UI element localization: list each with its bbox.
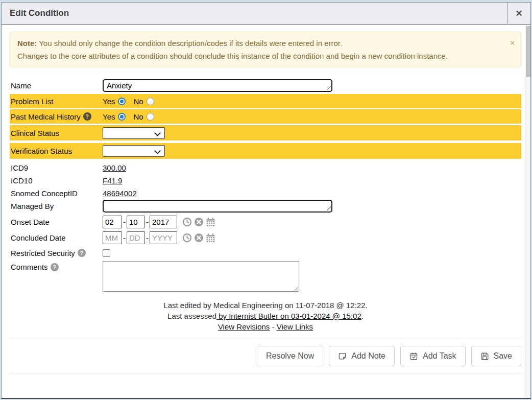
snomed-code-link[interactable]: 48694002 <box>103 189 137 198</box>
concluded-now-clock-icon[interactable] <box>182 233 192 243</box>
note-prefix: Note: <box>17 39 37 48</box>
note-line1: Note: You should only change the conditi… <box>17 37 505 50</box>
restricted-security-checkbox[interactable] <box>103 249 110 257</box>
name-input[interactable] <box>103 79 332 92</box>
action-button-bar: Resolve Now Add Note Add Task Save <box>10 339 521 373</box>
add-note-button[interactable]: Add Note <box>329 346 395 366</box>
dialog-title: Edit Condition <box>2 8 69 18</box>
verification-status-select-wrap <box>103 145 165 157</box>
managed-by-input[interactable] <box>103 200 332 213</box>
scrollbar-thumb[interactable] <box>526 26 530 77</box>
onset-clear-icon[interactable] <box>194 217 204 227</box>
concluded-calendar-icon[interactable] <box>206 233 215 243</box>
view-links-link[interactable]: View Links <box>277 322 313 331</box>
problem-list-label: Problem List <box>11 97 53 106</box>
note-line2: Changes to the core attributes of a cond… <box>17 50 505 62</box>
problem-list-yes-radio[interactable] <box>118 98 126 105</box>
icd10-code-link[interactable]: F41.9 <box>103 176 122 185</box>
close-icon: ✕ <box>515 8 522 19</box>
pmh-yes-radio[interactable] <box>118 113 126 121</box>
pmh-no-label: No <box>133 112 143 121</box>
note-line1-text: You should only change the condition des… <box>37 39 342 48</box>
resolve-now-button[interactable]: Resolve Now <box>257 346 323 366</box>
clinical-status-row: Clinical Status <box>10 125 521 140</box>
past-medical-history-row: Past Medical History ? Yes No <box>10 109 521 124</box>
snomed-row: Snomed ConceptID 48694002 <box>10 187 521 199</box>
last-edited-text: Last edited by Medical Engineering on 11… <box>10 300 521 311</box>
managed-by-input-wrap <box>103 200 332 213</box>
dialog-scrollbar[interactable] <box>525 25 530 398</box>
links-separator: - <box>272 322 275 331</box>
save-label: Save <box>494 351 512 361</box>
close-button[interactable]: ✕ <box>507 3 530 25</box>
edit-condition-dialog: Edit Condition ✕ Note: You should only c… <box>1 2 531 399</box>
dialog-header: Edit Condition ✕ <box>2 3 530 25</box>
last-assessed-text: Last assessed by Internist Butler on 03-… <box>10 311 521 321</box>
managed-by-row: Managed By <box>10 199 521 213</box>
name-label: Name <box>11 81 31 90</box>
concluded-date-label: Concluded Date <box>11 233 66 242</box>
resolve-now-label: Resolve Now <box>266 351 314 361</box>
add-task-label: Add Task <box>423 351 456 361</box>
pmh-yes-label: Yes <box>103 112 115 121</box>
icd10-row: ICD10 F41.9 <box>10 174 521 187</box>
last-assessed-prefix: Last assessed <box>167 312 216 320</box>
concluded-month-input[interactable] <box>103 231 122 244</box>
onset-month-input[interactable] <box>103 216 122 228</box>
comments-help-icon[interactable]: ? <box>51 263 59 271</box>
comments-label: Comments <box>11 263 48 271</box>
date-separator: - <box>123 218 126 226</box>
managed-by-label: Managed By <box>11 202 54 210</box>
view-links-line: View Revisions - View Links <box>10 321 521 332</box>
problem-list-row: Problem List Yes No <box>10 94 521 108</box>
add-task-button[interactable]: Add Task <box>400 346 466 366</box>
footer-divider <box>10 373 521 373</box>
concluded-day-input[interactable] <box>127 231 145 244</box>
concluded-year-input[interactable] <box>150 231 177 244</box>
onset-day-input[interactable] <box>127 216 145 228</box>
clinical-status-label: Clinical Status <box>11 129 59 137</box>
past-medical-history-help-icon[interactable]: ? <box>83 112 91 121</box>
name-input-wrap <box>103 79 332 92</box>
last-assessed-link[interactable]: by Internist Butler on 03-01-2024 @ 15:0… <box>216 312 361 320</box>
restricted-security-label: Restricted Security <box>11 249 75 257</box>
onset-calendar-icon[interactable] <box>206 217 215 227</box>
name-row: Name <box>10 78 521 93</box>
icd9-label: ICD9 <box>11 163 28 172</box>
concluded-clear-icon[interactable] <box>194 233 204 243</box>
save-button[interactable]: Save <box>471 346 521 366</box>
dialog-body: Note: You should only change the conditi… <box>2 25 530 373</box>
comments-row: Comments ? <box>10 261 521 295</box>
icd9-row: ICD9 300.00 <box>10 161 521 174</box>
view-revisions-link[interactable]: View Revisions <box>218 322 270 331</box>
onset-year-input[interactable] <box>150 216 177 228</box>
date-separator: - <box>146 218 149 226</box>
concluded-date-row: Concluded Date - - <box>10 230 521 245</box>
problem-list-no-radio[interactable] <box>147 98 154 105</box>
date-separator: - <box>146 233 149 242</box>
calendar-task-icon <box>409 352 418 361</box>
audit-info: Last edited by Medical Engineering on 11… <box>10 300 521 332</box>
past-medical-history-label: Past Medical History <box>11 112 81 121</box>
verification-status-select[interactable] <box>103 146 164 156</box>
icd10-label: ICD10 <box>11 176 33 185</box>
problem-list-yes-label: Yes <box>103 97 115 106</box>
note-dismiss-icon[interactable]: × <box>510 36 515 49</box>
onset-now-clock-icon[interactable] <box>182 217 192 227</box>
verification-status-row: Verification Status <box>10 143 521 159</box>
comments-textarea[interactable] <box>103 261 299 292</box>
snomed-label: Snomed ConceptID <box>11 189 78 198</box>
clinical-status-select[interactable] <box>103 128 164 138</box>
problem-list-no-label: No <box>133 97 143 106</box>
restricted-security-help-icon[interactable]: ? <box>78 249 86 257</box>
note-icon <box>338 352 347 361</box>
last-assessed-period: . <box>361 312 364 320</box>
icd9-code-link[interactable]: 300.00 <box>103 163 126 172</box>
pmh-no-radio[interactable] <box>147 113 154 121</box>
add-note-label: Add Note <box>351 351 385 361</box>
clinical-status-select-wrap <box>103 127 165 139</box>
date-separator: - <box>123 233 126 242</box>
onset-date-label: Onset Date <box>11 218 50 226</box>
warning-note: Note: You should only change the conditi… <box>10 32 521 67</box>
restricted-security-row: Restricted Security ? <box>10 247 521 259</box>
